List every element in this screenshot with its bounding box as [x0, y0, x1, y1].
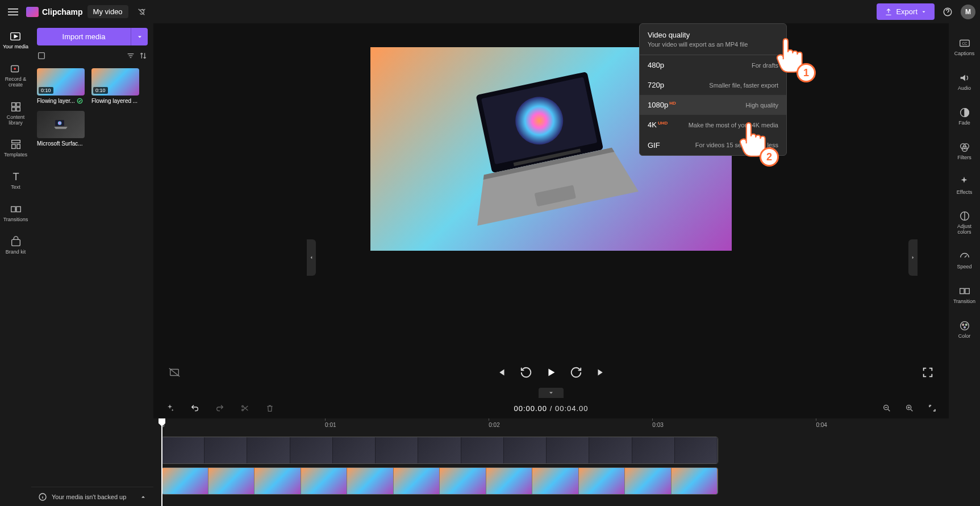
prop-color[interactable]: Color [957, 317, 972, 342]
prop-transition[interactable]: Transition [952, 283, 977, 307]
prop-filters[interactable]: Filters [956, 139, 973, 163]
export-option-720p[interactable]: 720p Smaller file, faster export [640, 75, 786, 95]
prop-speed[interactable]: Speed [956, 248, 973, 272]
next-frame-button[interactable] [593, 364, 610, 381]
app-logo[interactable]: Clipchamp [26, 7, 83, 17]
svg-line-36 [169, 368, 180, 377]
svg-rect-13 [11, 140, 20, 143]
undo-button[interactable] [186, 400, 203, 417]
filter-button[interactable] [126, 51, 135, 63]
prev-frame-button[interactable] [493, 364, 510, 381]
import-media-dropdown[interactable] [131, 28, 148, 45]
svg-line-3 [138, 9, 144, 15]
zoom-in-button[interactable] [901, 400, 918, 417]
prop-adjust-colors[interactable]: Adjust colors [949, 208, 980, 238]
nav-brand-kit[interactable]: Brand kit [5, 233, 27, 258]
svg-point-57 [962, 324, 964, 326]
select-all-checkbox[interactable] [37, 51, 46, 63]
delete-button[interactable] [261, 400, 278, 417]
nav-your-media[interactable]: Your media [2, 28, 30, 52]
collapse-timeline-button[interactable] [539, 388, 564, 398]
svg-rect-31 [514, 148, 581, 166]
svg-rect-14 [11, 144, 15, 148]
svg-point-30 [511, 92, 568, 149]
svg-marker-32 [468, 144, 639, 225]
nav-templates[interactable]: Templates [3, 136, 28, 160]
import-media-button[interactable]: Import media [37, 28, 131, 45]
media-thumb[interactable]: Microsoft Surfac... [37, 111, 85, 147]
play-button[interactable] [543, 364, 560, 381]
sync-status-icon[interactable] [133, 3, 150, 20]
export-option-1080p[interactable]: 1080pHD High quality [640, 95, 786, 115]
svg-rect-0 [8, 9, 18, 10]
help-button[interactable] [939, 3, 956, 20]
nav-rail: Your media Record & create Content libra… [0, 23, 31, 506]
svg-rect-35 [170, 370, 179, 376]
svg-rect-7 [11, 65, 18, 72]
svg-point-56 [960, 322, 969, 330]
nav-transitions[interactable]: Transitions [2, 201, 30, 225]
clipchamp-logo-icon [26, 7, 39, 17]
svg-rect-20 [39, 53, 45, 59]
skip-back-button[interactable] [518, 364, 535, 381]
fit-timeline-button[interactable] [924, 400, 941, 417]
timeline[interactable]: 0 0:01 0:02 0:03 0:04 [153, 418, 949, 506]
prop-captions[interactable]: CC Captions [953, 35, 976, 59]
svg-point-4 [944, 8, 952, 16]
svg-rect-5 [11, 33, 20, 40]
hamburger-menu[interactable] [5, 3, 22, 20]
svg-point-58 [965, 324, 967, 326]
svg-rect-9 [11, 102, 15, 106]
svg-point-8 [14, 68, 16, 70]
media-thumb[interactable]: 0:10 Flowing layer... [37, 68, 85, 104]
fullscreen-button[interactable] [919, 364, 936, 381]
auto-compose-button[interactable] [161, 400, 178, 417]
backup-status-bar[interactable]: Your media isn't backed up [31, 487, 153, 506]
video-title[interactable]: My video [87, 5, 128, 18]
user-avatar[interactable]: M [961, 5, 975, 19]
svg-marker-27 [54, 127, 67, 129]
nav-content-library[interactable]: Content library [0, 98, 31, 128]
svg-rect-19 [11, 239, 20, 246]
export-menu-title: Video quality [648, 31, 778, 39]
export-button-label: Export [896, 7, 918, 16]
svg-marker-6 [15, 35, 18, 38]
collapse-left-panel[interactable] [307, 239, 316, 276]
chevron-up-icon[interactable] [140, 493, 147, 500]
svg-point-39 [884, 405, 889, 410]
prop-fade[interactable]: Fade [957, 104, 972, 128]
sort-button[interactable] [139, 51, 148, 63]
zoom-out-button[interactable] [878, 400, 895, 417]
skip-forward-button[interactable] [568, 364, 585, 381]
timeline-clip[interactable] [161, 437, 718, 464]
timecode-display: 00:00.00 / 00:04.00 [514, 404, 588, 413]
media-thumb[interactable]: 0:10 Flowing layered ... [91, 68, 139, 104]
added-check-icon [77, 98, 83, 104]
svg-point-60 [39, 493, 46, 500]
redo-button[interactable] [211, 400, 228, 417]
export-option-4k[interactable]: 4KUHD Make the most of your 4K media [640, 115, 786, 135]
app-name: Clipchamp [42, 7, 83, 16]
playhead[interactable] [161, 418, 162, 506]
nav-record-create[interactable]: Record & create [0, 60, 31, 90]
video-preview[interactable] [153, 23, 949, 357]
export-button[interactable]: Export [877, 3, 935, 20]
svg-rect-17 [11, 207, 15, 212]
export-option-gif[interactable]: GIF For videos 15 seconds or less [640, 135, 786, 155]
export-quality-menu: Video quality Your video will export as … [639, 23, 787, 156]
prop-effects[interactable]: Effects [956, 173, 973, 198]
timeline-clip[interactable] [161, 467, 718, 495]
nav-text[interactable]: T Text [9, 168, 23, 193]
timeline-ruler[interactable]: 0 0:01 0:02 0:03 0:04 [161, 418, 941, 434]
split-button[interactable] [236, 400, 253, 417]
prop-audio[interactable]: Audio [957, 69, 972, 94]
svg-rect-1 [8, 11, 18, 13]
export-option-480p[interactable]: 480p For drafts [640, 55, 786, 75]
svg-point-42 [907, 405, 911, 410]
svg-rect-11 [11, 107, 15, 111]
properties-rail: CC Captions Audio Fade Filters Effects A… [949, 23, 980, 506]
collapse-right-panel[interactable] [908, 239, 918, 276]
safe-zones-toggle[interactable] [166, 364, 183, 381]
svg-rect-55 [965, 289, 969, 294]
svg-rect-10 [16, 102, 19, 106]
